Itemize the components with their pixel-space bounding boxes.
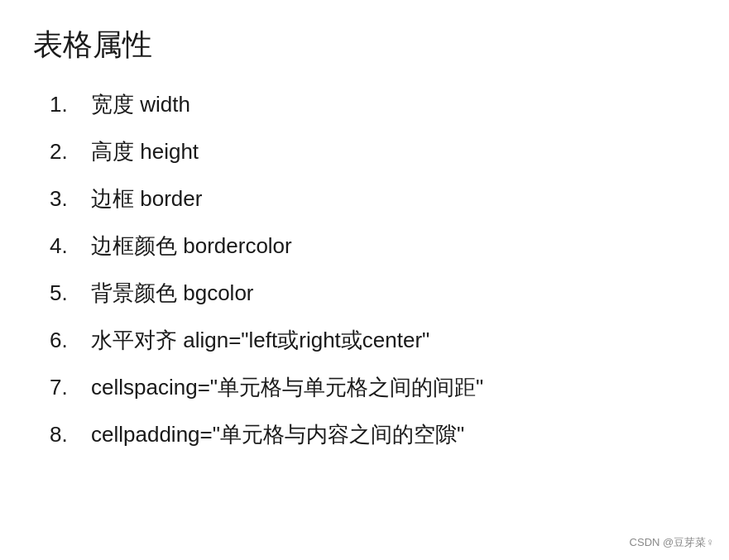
attr-text: 水平对齐 align="left或right或center" bbox=[91, 324, 429, 357]
list-item: 水平对齐 align="left或right或center" bbox=[50, 324, 696, 357]
attr-text: 背景颜色 bgcolor bbox=[91, 277, 254, 309]
list-item: 宽度 width bbox=[50, 89, 696, 121]
attr-text: cellpadding="单元格与内容之间的空隙" bbox=[91, 419, 464, 451]
list-item: 边框 border bbox=[50, 183, 696, 215]
list-item: 边框颜色 bordercolor bbox=[50, 230, 696, 262]
list-item: 背景颜色 bgcolor bbox=[50, 277, 696, 309]
attr-text: 边框 border bbox=[91, 183, 202, 215]
watermark: CSDN @豆芽菜♀ bbox=[630, 535, 714, 550]
attr-text: 边框颜色 bordercolor bbox=[91, 230, 292, 262]
page-title: 表格属性 bbox=[33, 25, 696, 65]
attributes-list: 宽度 width高度 height边框 border边框颜色 bordercol… bbox=[33, 89, 696, 451]
list-item: 高度 height bbox=[50, 136, 696, 168]
list-item: cellpadding="单元格与内容之间的空隙" bbox=[50, 419, 696, 451]
attr-text: 高度 height bbox=[91, 136, 199, 168]
attr-text: cellspacing="单元格与单元格之间的间距" bbox=[91, 371, 483, 404]
attr-text: 宽度 width bbox=[91, 89, 190, 121]
list-item: cellspacing="单元格与单元格之间的间距" bbox=[50, 371, 696, 404]
